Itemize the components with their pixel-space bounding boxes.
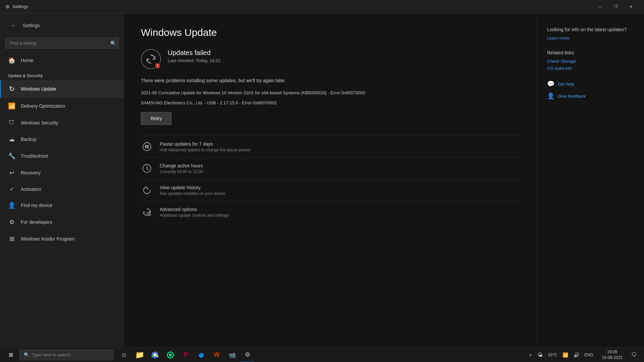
restore-button[interactable]: ❐ <box>608 0 623 13</box>
option-sub: See updates installed on your device <box>160 191 225 196</box>
option-active-hours[interactable]: Change active hours Currently 09:00 to 2… <box>141 157 520 179</box>
sidebar-item-find-my-device[interactable]: 👤 Find my device <box>0 197 124 214</box>
sidebar-item-troubleshoot[interactable]: 🔧 Troubleshoot <box>0 148 124 164</box>
give-feedback-link[interactable]: 👤 Give feedback <box>547 92 634 100</box>
active-hours-text: Change active hours Currently 09:00 to 2… <box>160 163 203 174</box>
sidebar-item-label: For developers <box>21 219 52 225</box>
option-sub: Additional update controls and settings <box>160 213 229 218</box>
update-status-title: Updates failed <box>168 49 220 57</box>
backup-icon: ☁ <box>8 136 15 143</box>
help-icon: 💬 <box>547 80 554 88</box>
option-advanced-options[interactable]: Advanced options Additional update contr… <box>141 201 520 223</box>
svg-line-5 <box>147 168 149 170</box>
notification-button[interactable]: 🗨 <box>627 348 641 362</box>
option-title: View update history <box>160 185 225 190</box>
sidebar-item-label: Recovery <box>21 170 41 175</box>
advanced-options-icon <box>141 206 153 218</box>
advanced-options-text: Advanced options Additional update contr… <box>160 207 229 218</box>
settings-icon: ⚙ <box>5 4 10 9</box>
delivery-optimization-icon: 📶 <box>8 102 15 110</box>
pause-icon <box>141 141 153 153</box>
sidebar-header: ← Settings <box>0 13 124 34</box>
error-description: There were problems installing some upda… <box>141 77 520 84</box>
taskbar: ⊞ 🔍 Type here to search ⊡ 📁 P <box>0 347 644 362</box>
language-indicator[interactable]: ENG <box>583 348 595 362</box>
sidebar-item-windows-update[interactable]: ↻ Windows Update <box>0 80 124 98</box>
right-info-title: Looking for info on the latest updates? <box>547 27 634 32</box>
sidebar-item-activation[interactable]: ✓ Activation <box>0 181 124 197</box>
active-hours-icon <box>141 162 153 174</box>
close-button[interactable]: ✕ <box>623 0 639 13</box>
sidebar-item-recovery[interactable]: ↩ Recovery <box>0 164 124 181</box>
update-history-icon <box>141 184 153 196</box>
sidebar-item-label: Troubleshoot <box>21 153 48 159</box>
svg-rect-1 <box>145 145 147 148</box>
sidebar-section-label: Update & Security <box>0 69 124 80</box>
minimize-button[interactable]: — <box>592 0 608 13</box>
svg-rect-2 <box>147 145 149 148</box>
sidebar-item-label: Find my device <box>21 203 52 208</box>
network-icon[interactable]: 📶 <box>560 348 570 362</box>
error-item-2: SAMSUNG Electronics Co., Ltd. - USB - 2.… <box>141 100 520 106</box>
update-status-text: Updates failed Last checked: Today, 18:2… <box>168 49 220 63</box>
sidebar-item-windows-security[interactable]: 🛡 Windows Security <box>0 114 124 131</box>
edge-icon[interactable] <box>194 348 209 362</box>
back-button[interactable]: ← <box>8 20 19 31</box>
settings-active-icon[interactable]: ⚙ <box>240 348 255 362</box>
taskbar-pinned-icons: ⊡ 📁 P W 📹 ⚙ <box>117 348 255 362</box>
get-help-text: Get help <box>558 82 574 87</box>
taskbar-clock[interactable]: 19:06 15-08-2021 <box>599 348 626 362</box>
get-help-link[interactable]: 💬 Get help <box>547 80 634 88</box>
sound-icon[interactable]: 🔊 <box>572 348 581 362</box>
sidebar: ← Settings 🔍 🏠 Home Update & Security ↻ … <box>0 13 124 347</box>
taskbar-search[interactable]: 🔍 Type here to search <box>19 350 113 360</box>
temperature-text[interactable]: 33°C <box>546 348 559 362</box>
error-badge: ! <box>154 62 161 69</box>
sidebar-item-windows-insider[interactable]: ⊞ Windows Insider Program <box>0 230 124 247</box>
app-container: ← Settings 🔍 🏠 Home Update & Security ↻ … <box>0 13 644 347</box>
sidebar-item-delivery-optimization[interactable]: 📶 Delivery Optimization <box>0 98 124 114</box>
option-title: Pause updates for 7 days <box>160 141 250 147</box>
start-button[interactable]: ⊞ <box>3 348 19 362</box>
clock-time: 19:06 <box>607 349 617 355</box>
teams-icon[interactable]: 📹 <box>225 348 239 362</box>
activation-icon: ✓ <box>8 186 15 192</box>
svg-point-0 <box>143 143 151 151</box>
update-status-card: ! Updates failed Last checked: Today, 18… <box>141 49 520 69</box>
find-my-device-icon: 👤 <box>8 202 15 209</box>
task-view-button[interactable]: ⊡ <box>117 348 131 362</box>
search-box[interactable]: 🔍 <box>5 38 119 49</box>
search-icon: 🔍 <box>110 41 116 46</box>
right-panel: Looking for info on the latest updates? … <box>537 13 644 347</box>
titlebar-title: Settings <box>12 4 28 9</box>
weather-icon[interactable]: 🌤 <box>535 348 545 362</box>
jetbrains-icon[interactable]: P <box>178 348 193 362</box>
related-links-title: Related links <box>547 50 634 55</box>
os-build-link[interactable]: OS build info <box>547 66 634 71</box>
option-title: Change active hours <box>160 163 203 168</box>
sidebar-item-for-developers[interactable]: ⚙ For developers <box>0 214 124 230</box>
sidebar-item-label: Windows Update <box>21 86 56 92</box>
home-label: Home <box>21 58 33 63</box>
sidebar-item-home[interactable]: 🏠 Home <box>0 52 124 69</box>
option-update-history[interactable]: View update history See updates installe… <box>141 179 520 201</box>
app3-icon[interactable] <box>163 348 178 362</box>
update-status-sub: Last checked: Today, 18:22 <box>168 58 220 63</box>
learn-more-link[interactable]: Learn more <box>547 36 634 41</box>
systray-chevron[interactable]: ∧ <box>527 348 534 362</box>
feedback-icon: 👤 <box>547 92 554 100</box>
for-developers-icon: ⚙ <box>8 218 15 226</box>
sidebar-item-backup[interactable]: ☁ Backup <box>0 131 124 148</box>
chrome-icon[interactable] <box>148 348 162 362</box>
sidebar-item-label: Windows Security <box>21 120 58 125</box>
svg-point-12 <box>169 354 172 356</box>
taskbar-search-icon: 🔍 <box>24 352 29 357</box>
option-pause-updates[interactable]: Pause updates for 7 days Visit Advanced … <box>141 136 520 157</box>
sidebar-item-label: Delivery Optimization <box>21 103 65 109</box>
related-links-section: Related links Check Storage OS build inf… <box>547 50 634 71</box>
file-explorer-icon[interactable]: 📁 <box>132 348 147 362</box>
check-storage-link[interactable]: Check Storage <box>547 59 634 64</box>
search-input[interactable] <box>5 38 119 49</box>
office-icon[interactable]: W <box>209 348 224 362</box>
retry-button[interactable]: Retry <box>141 112 171 125</box>
